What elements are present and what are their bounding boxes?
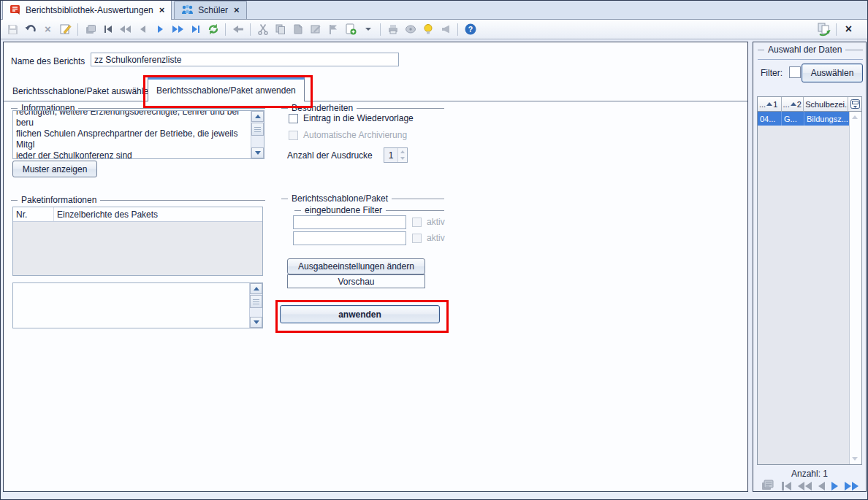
nav-fast-prev-icon[interactable] (117, 21, 134, 37)
scroll-down-button[interactable] (250, 317, 262, 328)
data-selection-sidebar: Auswahl der Daten Filter: Auswählen ...1… (753, 42, 867, 492)
tab-berichtsschablone-auswaehlen[interactable]: Berichtsschablone/Paket auswählen (7, 82, 159, 101)
grid-cell[interactable]: G... (782, 112, 804, 126)
grid-row-selected[interactable]: 04... G... Bildungsz... (758, 112, 850, 126)
paket-notes-textarea[interactable] (12, 282, 263, 328)
scroll-down-icon (852, 457, 858, 461)
group-title: Berichtsschablone/Paket (292, 193, 388, 204)
sort-asc-icon (766, 102, 772, 106)
filter-aktiv-row-2: aktiv (412, 233, 445, 243)
report-icon (9, 4, 21, 18)
report-detail-panel: Name des Berichts Berichtsschablone/Pake… (3, 42, 748, 492)
sort-asc-icon (791, 102, 796, 106)
application-window: Berichtsbibliothek-Auswertungen × Schüle… (0, 0, 868, 500)
stamp-icon[interactable] (324, 21, 341, 37)
nav-prev-icon[interactable] (818, 482, 825, 491)
group-paketinformationen: Paketinformationen (11, 195, 265, 205)
stepper-value: 1 (384, 148, 397, 162)
lightbulb-icon[interactable] (419, 21, 436, 37)
doc-tab-label: Berichtsbibliothek-Auswertungen (26, 5, 153, 15)
help-icon[interactable]: ? (462, 21, 479, 37)
save-icon[interactable] (4, 21, 21, 37)
tab-schueler[interactable]: Schüler × (174, 1, 246, 19)
tab-content-border (4, 101, 747, 101)
sidebar-divider (758, 59, 863, 60)
record-icon[interactable] (402, 21, 419, 37)
grid-cell[interactable]: 04... (758, 112, 782, 126)
vorschau-button[interactable]: Vorschau (287, 274, 425, 288)
filter-checkbox[interactable] (789, 66, 801, 78)
close-window-icon[interactable]: × (840, 21, 857, 37)
group-title: Auswahl der Daten (768, 45, 842, 55)
records-icon[interactable] (761, 478, 775, 493)
wiedervorlage-row: Eintrag in die Wiedervorlage (289, 113, 414, 123)
back-arrow-icon[interactable] (229, 21, 246, 37)
wiedervorlage-label: Eintrag in die Wiedervorlage (303, 113, 414, 123)
nav-first-icon[interactable] (99, 21, 116, 37)
refresh-icon[interactable] (205, 21, 221, 37)
nav-last-icon[interactable] (187, 21, 204, 37)
grid-scrollbar[interactable] (849, 112, 861, 464)
field-chooser-button[interactable] (848, 97, 861, 112)
paket-table: Nr. Einzelberichte des Pakets (12, 207, 263, 276)
anzahl-ausdrucke-stepper[interactable]: 1 (384, 147, 408, 163)
nav-fast-prev-icon[interactable] (798, 482, 812, 491)
grid-column-header-1[interactable]: ...1 (758, 97, 782, 112)
close-tab-icon[interactable]: × (234, 6, 240, 15)
tab-berichtsschablone-anwenden[interactable]: Berichtsschablone/Paket anwenden (148, 77, 305, 101)
nav-next-icon[interactable] (152, 21, 169, 37)
new-report-dropdown-icon[interactable] (359, 21, 376, 37)
report-name-label: Name des Berichts (11, 56, 85, 66)
announce-icon[interactable] (437, 21, 454, 37)
ausgabeeinstellungen-button[interactable]: Ausgabeeinstellungen ändern (287, 258, 425, 274)
column-header-nr[interactable]: Nr. (13, 207, 54, 221)
report-name-input[interactable] (91, 53, 399, 66)
scroll-thumb[interactable] (251, 123, 264, 136)
scroll-thumb[interactable] (250, 295, 262, 308)
group-title: Besonderheiten (292, 103, 353, 113)
stepper-down-icon[interactable] (398, 155, 407, 163)
records-icon[interactable] (82, 21, 99, 37)
auswaehlen-button[interactable]: Auswählen (802, 64, 863, 82)
export-icon[interactable] (815, 21, 832, 37)
grid-cell[interactable]: Bildungsz... (804, 112, 850, 126)
column-header-einzelberichte[interactable]: Einzelberichte des Pakets (54, 207, 262, 221)
edit-icon[interactable] (57, 21, 74, 37)
scroll-up-button[interactable] (251, 111, 264, 122)
svg-text:?: ? (468, 25, 472, 34)
edit-document-icon[interactable] (307, 21, 324, 37)
print-icon[interactable] (384, 21, 401, 37)
vertical-scrollbar[interactable] (251, 111, 264, 158)
muster-anzeigen-button[interactable]: Muster anzeigen (12, 161, 97, 177)
stepper-up-icon[interactable] (398, 148, 407, 155)
vertical-scrollbar[interactable] (249, 283, 262, 328)
grid-column-header-3[interactable]: Schulbezei... (804, 97, 848, 112)
anwenden-button[interactable]: anwenden (280, 305, 440, 323)
new-report-icon[interactable] (342, 21, 359, 37)
close-tab-icon[interactable]: × (159, 6, 165, 15)
paste-icon[interactable] (289, 21, 306, 37)
filter-input-2[interactable] (293, 231, 406, 245)
nav-fast-next-icon[interactable] (845, 482, 859, 491)
nav-prev-icon[interactable] (134, 21, 151, 37)
scroll-down-button[interactable] (251, 147, 264, 158)
nav-first-icon[interactable] (782, 482, 791, 491)
archivierung-row: Automatische Archivierung (289, 130, 407, 140)
undo-icon[interactable] (22, 21, 39, 37)
data-grid: ...1 ...2 Schulbezei... 04... G... Bildu… (757, 96, 862, 465)
grid-column-header-2[interactable]: ...2 (782, 97, 804, 112)
cut-icon[interactable] (254, 21, 271, 37)
tab-berichtsbibliothek-auswertungen[interactable]: Berichtsbibliothek-Auswertungen × (2, 0, 172, 20)
nav-next-icon[interactable] (831, 482, 838, 491)
archivierung-checkbox (289, 131, 298, 140)
wiedervorlage-checkbox[interactable] (289, 114, 298, 123)
filter-input-1[interactable] (293, 215, 406, 229)
toolbar-separator (380, 23, 381, 36)
archivierung-label: Automatische Archivierung (303, 130, 407, 140)
nav-fast-next-icon[interactable] (170, 21, 186, 37)
students-icon (181, 4, 194, 17)
informationen-textarea[interactable]: rechtigten, weitere Erziehungsberechtigt… (12, 110, 264, 159)
copy-icon[interactable] (272, 21, 289, 37)
scroll-up-button[interactable] (250, 283, 262, 294)
delete-icon[interactable]: × (39, 21, 56, 37)
